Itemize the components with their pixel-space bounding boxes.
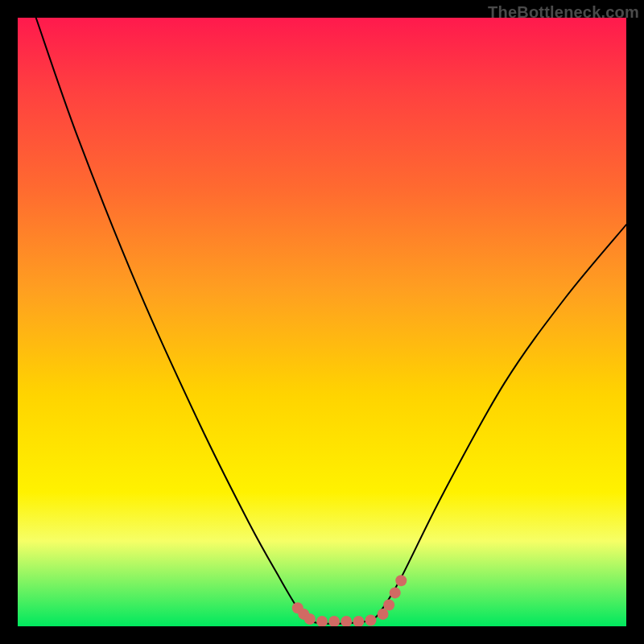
highlight-dot <box>383 600 394 611</box>
highlight-dot <box>395 575 407 586</box>
highlight-dot <box>365 614 376 625</box>
curve-line <box>36 18 626 624</box>
highlight-dot <box>328 616 340 626</box>
bottleneck-curve-plot <box>18 18 626 626</box>
highlight-dot <box>390 587 401 598</box>
highlight-dot <box>353 616 364 626</box>
highlight-dot <box>304 613 316 625</box>
highlight-dot <box>316 616 328 626</box>
watermark-text: TheBottleneck.com <box>488 3 639 22</box>
highlight-dot <box>341 616 352 626</box>
chart-frame <box>18 18 626 626</box>
highlight-dot-group <box>292 575 407 626</box>
